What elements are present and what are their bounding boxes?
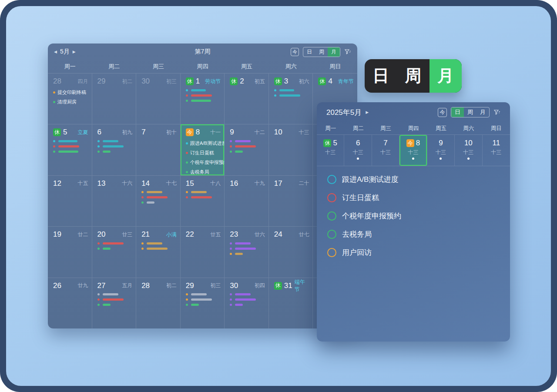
calendar-day-cell[interactable]: 29初二 bbox=[92, 73, 137, 124]
calendar-day-cell[interactable]: 12十五 bbox=[48, 175, 92, 226]
event-item[interactable] bbox=[230, 292, 265, 297]
event-item[interactable] bbox=[186, 190, 221, 195]
view-option-日[interactable]: 日 bbox=[451, 107, 464, 117]
event-item[interactable] bbox=[186, 87, 221, 93]
task-item[interactable]: 订生日蛋糕 bbox=[327, 193, 500, 203]
calendar-day-cell[interactable]: 休5十三 bbox=[317, 135, 344, 166]
event-item[interactable] bbox=[97, 292, 133, 297]
event-item[interactable] bbox=[186, 292, 221, 297]
event-item[interactable] bbox=[230, 149, 265, 154]
calendar-day-cell[interactable]: 10十三 bbox=[269, 124, 313, 175]
calendar-day-cell[interactable]: 22廿五 bbox=[181, 226, 225, 277]
task-item[interactable]: 用户回访 bbox=[327, 248, 500, 258]
event-item[interactable]: 订生日蛋糕 bbox=[186, 148, 221, 157]
event-item[interactable] bbox=[274, 93, 309, 98]
calendar-day-cell[interactable]: 29初三 bbox=[181, 278, 225, 328]
filter-icon[interactable] bbox=[344, 48, 351, 55]
view-option-周[interactable]: 周 bbox=[464, 107, 476, 117]
calendar-day-cell[interactable]: 14十七 bbox=[136, 175, 181, 226]
event-item[interactable] bbox=[97, 246, 133, 251]
view-option-周[interactable]: 周 bbox=[315, 47, 328, 57]
event-item[interactable] bbox=[141, 190, 177, 195]
event-item[interactable] bbox=[186, 195, 221, 200]
calendar-day-cell[interactable]: 7十三 bbox=[372, 135, 399, 166]
event-item[interactable] bbox=[186, 297, 221, 302]
calendar-day-cell[interactable]: 休5立夏 bbox=[48, 124, 92, 175]
calendar-day-cell[interactable]: 20廿三 bbox=[92, 226, 137, 277]
calendar-day-cell[interactable]: 休1劳动节 bbox=[181, 73, 225, 124]
event-item[interactable] bbox=[230, 302, 265, 308]
task-item[interactable]: 跟进A/B测试进度 bbox=[327, 174, 500, 184]
event-item[interactable] bbox=[230, 297, 265, 302]
view-option-月[interactable]: 月 bbox=[328, 47, 340, 57]
event-item[interactable]: 提交印刷终稿 bbox=[53, 87, 88, 97]
today-button[interactable]: 今 bbox=[291, 48, 299, 56]
task-checkbox[interactable] bbox=[327, 193, 336, 202]
calendar-day-cell[interactable]: 今8十一跟进A/B测试进度订生日蛋糕个税年度申报预约去税务局 bbox=[181, 124, 225, 175]
view-option-月[interactable]: 月 bbox=[476, 107, 489, 117]
event-item[interactable] bbox=[141, 241, 177, 246]
event-item[interactable] bbox=[230, 138, 265, 144]
calendar-day-cell[interactable]: 27五月 bbox=[92, 278, 137, 328]
event-item[interactable] bbox=[141, 246, 177, 251]
event-item[interactable] bbox=[53, 144, 88, 149]
calendar-day-cell[interactable]: 休2初五 bbox=[225, 73, 269, 124]
task-item[interactable]: 个税年度申报预约 bbox=[327, 211, 500, 221]
event-item[interactable] bbox=[186, 302, 221, 308]
event-item[interactable]: 个税年度申报预约 bbox=[186, 157, 221, 167]
view-option-日[interactable]: 日 bbox=[303, 47, 315, 57]
today-button[interactable]: 今 bbox=[438, 108, 447, 117]
event-item[interactable] bbox=[53, 149, 88, 154]
calendar-day-cell[interactable]: 24廿七 bbox=[269, 226, 313, 277]
task-checkbox[interactable] bbox=[327, 211, 336, 221]
calendar-day-cell[interactable]: 11十三 bbox=[483, 135, 510, 166]
view-option-周[interactable]: 周 bbox=[397, 59, 429, 93]
calendar-day-cell[interactable]: 23廿六 bbox=[225, 226, 269, 277]
calendar-day-cell[interactable]: 10十三 bbox=[455, 135, 482, 166]
event-item[interactable] bbox=[230, 246, 265, 251]
event-item[interactable] bbox=[97, 138, 133, 144]
calendar-day-cell[interactable]: 6初九 bbox=[92, 124, 137, 175]
calendar-day-cell[interactable]: 6十三 bbox=[344, 135, 372, 166]
task-checkbox[interactable] bbox=[327, 248, 336, 257]
calendar-day-cell[interactable]: 休31端午节 bbox=[269, 278, 313, 328]
event-item[interactable] bbox=[141, 195, 177, 200]
event-item[interactable] bbox=[53, 138, 88, 144]
task-checkbox[interactable] bbox=[327, 230, 336, 239]
event-item[interactable] bbox=[230, 144, 265, 149]
calendar-day-cell[interactable]: 7初十 bbox=[136, 124, 181, 175]
task-checkbox[interactable] bbox=[327, 175, 336, 184]
event-item[interactable] bbox=[97, 149, 133, 154]
calendar-day-cell[interactable]: 19廿二 bbox=[48, 226, 92, 277]
calendar-day-cell[interactable]: 9十二 bbox=[225, 124, 269, 175]
calendar-day-cell[interactable]: 30初四 bbox=[225, 278, 269, 328]
event-item[interactable] bbox=[186, 93, 221, 98]
calendar-day-cell[interactable]: 休3初六 bbox=[269, 73, 313, 124]
calendar-day-cell[interactable]: 9十三 bbox=[427, 135, 455, 166]
view-option-日[interactable]: 日 bbox=[365, 59, 397, 93]
event-item[interactable] bbox=[230, 241, 265, 246]
event-item[interactable]: 清理厨房 bbox=[53, 97, 88, 107]
event-item[interactable]: 去税务局 bbox=[186, 167, 221, 175]
calendar-day-cell[interactable]: 13十六 bbox=[92, 175, 137, 226]
task-item[interactable]: 去税务局 bbox=[327, 229, 500, 239]
event-item[interactable] bbox=[97, 144, 133, 149]
calendar-day-cell[interactable]: 28初二 bbox=[136, 278, 181, 328]
event-item[interactable] bbox=[141, 200, 177, 205]
calendar-day-cell[interactable]: 17二十 bbox=[269, 175, 313, 226]
event-item[interactable] bbox=[97, 302, 133, 308]
event-item[interactable] bbox=[230, 251, 265, 256]
prev-month-icon[interactable]: ◀ bbox=[54, 50, 57, 54]
view-option-月[interactable]: 月 bbox=[429, 59, 462, 93]
calendar-day-cell[interactable]: 30初三 bbox=[136, 73, 181, 124]
calendar-day-cell[interactable]: 今8十三 bbox=[399, 135, 427, 166]
calendar-day-cell[interactable]: 26廿九 bbox=[48, 278, 92, 328]
calendar-day-cell[interactable]: 28四月提交印刷终稿清理厨房 bbox=[48, 73, 92, 124]
event-item[interactable] bbox=[97, 297, 133, 302]
event-item[interactable]: 跟进A/B测试进度 bbox=[186, 138, 221, 148]
event-item[interactable] bbox=[186, 98, 221, 103]
event-item[interactable] bbox=[274, 87, 309, 93]
calendar-day-cell[interactable]: 16十九 bbox=[225, 175, 269, 226]
filter-icon[interactable] bbox=[493, 109, 500, 116]
calendar-day-cell[interactable]: 15十八 bbox=[181, 175, 225, 226]
